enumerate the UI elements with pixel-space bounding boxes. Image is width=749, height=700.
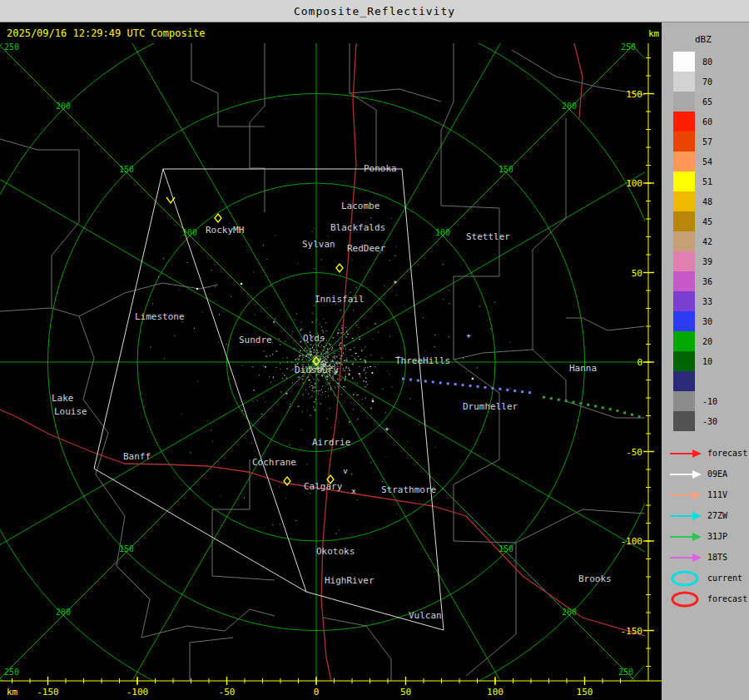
echo-pixel (332, 347, 333, 349)
echo-pixel (308, 394, 309, 395)
map-marker (241, 283, 243, 285)
echo-pixel (490, 328, 491, 329)
radar-map[interactable]: 2025/09/16 12:29:49 UTC Composite km km … (0, 22, 662, 700)
axis-tick-label: 100 (626, 178, 642, 189)
echo-pixel (310, 348, 311, 350)
echo-pixel (315, 399, 316, 400)
echo-pixel (285, 498, 286, 499)
echo-pixel (389, 336, 390, 337)
echo-pixel (300, 429, 301, 430)
echo-pixel (302, 379, 304, 380)
colorbar-segment: -10 (662, 391, 749, 411)
echo-pixel (353, 409, 354, 410)
city-label: Vulcan (409, 610, 442, 621)
echo-pixel (389, 374, 389, 375)
echo-pixel (345, 387, 346, 388)
city-label: Banff (123, 451, 151, 462)
colorbar-segment: 39 (662, 251, 749, 271)
city-label: Cochrane (252, 457, 296, 468)
echo-pixel (292, 382, 293, 384)
echo-pixel (357, 499, 358, 500)
city-label: Drumheller (463, 401, 518, 412)
city-label: Strathmore (381, 484, 436, 495)
echo-pixel (373, 339, 374, 340)
echo-pixel (305, 349, 306, 350)
echo-pixel (290, 444, 290, 445)
ellipse-icon (668, 590, 703, 608)
echo-pixel (316, 390, 317, 392)
echo-pixel (345, 401, 345, 402)
echo-pixel (349, 421, 350, 423)
echo-pixel (334, 349, 335, 350)
colorbar-swatch (673, 211, 695, 231)
echo-pixel (318, 352, 319, 353)
echo-pixel (370, 355, 372, 355)
colorbar-value: 42 (702, 237, 727, 246)
echo-pixel (365, 360, 366, 361)
echo-pixel (318, 393, 319, 395)
echo-pixel (349, 370, 350, 370)
echo-pixel (300, 355, 300, 356)
echo-pixel (494, 302, 495, 303)
echo-pixel (327, 419, 328, 420)
range-label: 250 (618, 668, 633, 677)
echo-pixel (322, 392, 323, 393)
echo-pixel (316, 360, 317, 360)
echo-pixel (273, 376, 274, 378)
axis-tick-label: 150 (626, 89, 642, 100)
echo-pixel (215, 286, 216, 287)
colorbar-value: 70 (702, 77, 727, 87)
echo-pixel (321, 353, 322, 355)
echo-pixel (338, 385, 339, 386)
echo-pixel (350, 350, 351, 350)
echo-pixel (326, 375, 328, 376)
echo-pixel (272, 354, 273, 355)
city-label: Brooks (578, 573, 612, 584)
colorbar-segment: 45 (662, 211, 749, 231)
echo-pixel (330, 344, 332, 345)
echo-pixel (449, 336, 449, 337)
echo-pixel (306, 355, 307, 356)
legend-label: 111V (707, 490, 727, 499)
echo-pixel (303, 383, 304, 384)
colorbar-value: 39 (702, 257, 727, 266)
echo-pixel (358, 327, 359, 328)
echo-pixel (164, 358, 165, 359)
echo-pixel (322, 386, 323, 387)
echo-pixel (332, 376, 334, 378)
echo-pixel (326, 359, 327, 360)
echo-pixel (298, 360, 300, 360)
colorbar-segment: 42 (662, 231, 749, 251)
echo-pixel (331, 378, 332, 379)
echo-pixel (253, 390, 255, 390)
echo-pixel (479, 306, 480, 307)
echo-pixel (310, 386, 310, 387)
echo-pixel (298, 406, 300, 407)
echo-pixel (370, 366, 371, 367)
echo-pixel (315, 355, 315, 357)
echo-pixel (314, 349, 315, 350)
map-marker (472, 378, 474, 380)
range-label: 150 (119, 544, 134, 554)
colorbar-segment: 54 (662, 151, 749, 171)
echo-pixel (323, 350, 324, 351)
colorbar-value: 54 (702, 157, 727, 166)
range-label: 150 (499, 544, 513, 554)
echo-pixel (270, 382, 271, 383)
echo-pixel (510, 342, 511, 343)
echo-pixel (341, 379, 342, 380)
city-label: Stettler (466, 231, 510, 242)
echo-pixel (365, 381, 367, 382)
echo-pixel (290, 406, 290, 407)
echo-pixel (279, 339, 280, 340)
echo-pixel (325, 386, 325, 387)
map-marker (196, 288, 199, 290)
echo-pixel (272, 524, 273, 525)
echo-pixel (295, 349, 296, 350)
echo-pixel (327, 384, 328, 385)
echo-pixel (357, 383, 358, 384)
echo-pixel (318, 380, 319, 380)
echo-pixel (435, 447, 436, 448)
legend-item: 31JP (662, 526, 749, 547)
echo-pixel (282, 373, 283, 374)
